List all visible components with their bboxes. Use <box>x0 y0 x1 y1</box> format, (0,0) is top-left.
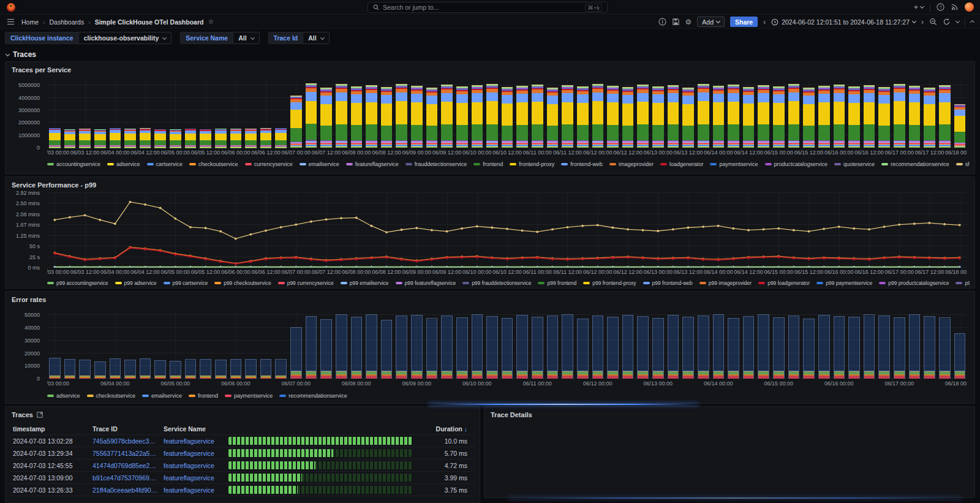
cell-service-name-link[interactable]: featureflagservice <box>164 450 228 457</box>
zoom-out-time-icon[interactable] <box>929 18 937 26</box>
cell-trace-id-link[interactable]: 745a59078cbdeec39b7... <box>92 437 164 445</box>
table-row[interactable]: 2024-07-03 13:26:3321ff4a0ceeaeb4fd90af0… <box>10 484 475 496</box>
time-range-forward-arrow[interactable]: › <box>921 18 924 26</box>
share-button[interactable]: Share <box>730 17 758 27</box>
legend-item-paymentservice[interactable]: paymentservice <box>710 161 758 167</box>
legend-item-productcatalogservice[interactable]: productcatalogservice <box>765 161 828 167</box>
breadcrumb-home[interactable]: Home <box>21 18 39 26</box>
time-range-back-arrow[interactable]: ‹ <box>763 18 766 26</box>
cell-service-name-link[interactable]: featureflagservice <box>164 437 228 445</box>
legend-item-frontend-proxy[interactable]: frontend-proxy <box>510 161 554 167</box>
cell-trace-id-link[interactable]: 75563771413a22a54618... <box>92 450 164 457</box>
section-traces-toggle[interactable]: Traces <box>6 50 36 59</box>
legend-item-adservice[interactable]: adservice <box>47 393 80 399</box>
table-row[interactable]: 2024-07-03 12:45:5541474d0769d85ee2828..… <box>10 460 475 472</box>
top-navigation-bar: Search or jump to... ⌘+k + ? <box>0 0 980 15</box>
duration-gauge-fill <box>228 437 412 445</box>
search-input[interactable]: Search or jump to... ⌘+k <box>368 2 608 13</box>
legend-item-accountingservice[interactable]: accountingservice <box>47 161 100 167</box>
column-header-trace-id[interactable]: Trace ID <box>92 425 164 433</box>
add-button[interactable]: Add <box>697 17 725 27</box>
legend-item-p99-accountingservice[interactable]: p99 accountingservice <box>47 280 108 286</box>
dashboard-settings-icon[interactable]: ⚙ <box>685 18 692 26</box>
legend-item-p99-featureflagservice[interactable]: p99 featureflagservice <box>396 280 456 286</box>
cell-trace-id-link[interactable]: 21ff4a0ceeaeb4fd90af0... <box>92 486 164 494</box>
legend-item-p99-frontend-proxy[interactable]: p99 frontend-proxy <box>583 280 636 286</box>
legend-item-p99-currencyservice[interactable]: p99 currencyservice <box>278 280 334 286</box>
legend-item-paymentservice[interactable]: paymentservice <box>225 393 273 399</box>
legend-item-loadgenerator[interactable]: loadgenerator <box>660 161 704 167</box>
save-dashboard-icon[interactable] <box>672 18 680 26</box>
column-header-service-name[interactable]: Service Name <box>164 425 228 433</box>
bar-segment-recommendationservice <box>336 315 347 371</box>
table-row[interactable]: 2024-07-03 13:29:3475563771413a22a54618.… <box>10 447 475 460</box>
breadcrumb-dashboards[interactable]: Dashboards <box>50 18 85 26</box>
legend-item-p99-productcatalogservice[interactable]: p99 productcatalogservice <box>879 280 949 286</box>
legend-item-p99-quoteservice[interactable]: p99 quoteservice <box>956 280 970 286</box>
legend-item-p99-frontend-web[interactable]: p99 frontend-web <box>643 280 693 286</box>
collapse-toolbar-icon[interactable] <box>970 20 974 25</box>
legend-item-emailservice[interactable]: emailservice <box>300 161 339 167</box>
legend-item-checkoutservice[interactable]: checkoutservice <box>87 393 136 399</box>
variable-value-dropdown[interactable]: clickhouse-observability <box>79 32 172 44</box>
legend-item-p99-loadgenerator[interactable]: p99 loadgenerator <box>758 280 810 286</box>
legend-item-recommendationservice[interactable]: recommendationservice <box>881 161 949 167</box>
legend-item-p99-emailservice[interactable]: p99 emailservice <box>341 280 389 286</box>
column-header-timestamp[interactable]: timestamp <box>13 425 92 433</box>
legend-item-p99-paymentservice[interactable]: p99 paymentservice <box>816 280 872 286</box>
legend-item-p99-frauddetectionservice[interactable]: p99 frauddetectionservice <box>462 280 531 286</box>
legend-swatch <box>660 163 667 165</box>
legend-item-quoteservice[interactable]: quoteservice <box>834 161 875 167</box>
menu-toggle-button[interactable] <box>6 18 15 26</box>
legend-item-recommendationservice[interactable]: recommendationservice <box>279 393 347 399</box>
legend-item-shippingservice[interactable]: shippingservice <box>956 161 970 167</box>
legend-item-emailservice[interactable]: emailservice <box>142 393 182 399</box>
legend-item-currencyservice[interactable]: currencyservice <box>245 161 293 167</box>
column-header-duration[interactable]: Duration↓ <box>423 425 472 433</box>
data-point <box>401 229 403 231</box>
help-icon[interactable]: ? <box>937 3 944 11</box>
legend-item-p99-checkoutservice[interactable]: p99 checkoutservice <box>214 280 271 286</box>
table-row[interactable]: 2024-07-03 13:02:28745a59078cbdeec39b7..… <box>10 435 475 447</box>
refresh-icon[interactable] <box>943 18 951 26</box>
legend-item-p99-cartservice[interactable]: p99 cartservice <box>164 280 208 286</box>
bar-segment-recommendationservice <box>668 316 679 371</box>
cell-service-name-link[interactable]: featureflagservice <box>164 486 228 494</box>
legend-item-adservice[interactable]: adservice <box>107 161 140 167</box>
legend-item-imageprovider[interactable]: imageprovider <box>609 161 654 167</box>
cell-service-name-link[interactable]: featureflagservice <box>164 474 228 482</box>
legend-item-p99-adservice[interactable]: p99 adservice <box>115 280 157 286</box>
data-point <box>687 257 690 260</box>
user-avatar[interactable] <box>965 2 974 12</box>
legend-item-frontend[interactable]: frontend <box>473 161 503 167</box>
bar-segment-frontend-proxy <box>290 110 302 129</box>
error-bar <box>245 359 257 379</box>
dashboard-insights-icon[interactable] <box>658 18 666 26</box>
variable-value-dropdown[interactable]: All <box>233 32 259 44</box>
bar-segment-frontend-web <box>954 110 966 116</box>
new-menu-button[interactable]: + <box>914 3 924 12</box>
refresh-interval-caret[interactable] <box>956 19 960 23</box>
legend-item-checkoutservice[interactable]: checkoutservice <box>189 161 238 167</box>
grafana-logo[interactable] <box>6 2 16 12</box>
legend-item-p99-imageprovider[interactable]: p99 imageprovider <box>699 280 752 286</box>
table-row[interactable]: 2024-07-03 13:09:00b91ce47d753709695f1d.… <box>10 472 475 484</box>
legend-item-frontend[interactable]: frontend <box>189 393 218 399</box>
legend-item-frontend-web[interactable]: frontend-web <box>561 161 603 167</box>
legend-item-p99-frontend[interactable]: p99 frontend <box>538 280 576 286</box>
favorite-star-icon[interactable]: ☆ <box>208 18 214 26</box>
news-icon[interactable] <box>951 3 959 11</box>
cell-service-name-link[interactable]: featureflagservice <box>164 462 228 469</box>
time-range-picker[interactable]: 2024-06-02 12:01:51 to 2024-06-18 11:27:… <box>771 18 916 26</box>
x-axis-tick-label: 06/12 00:00 <box>583 380 612 387</box>
cell-trace-id-link[interactable]: b91ce47d753709695f1d... <box>92 474 164 482</box>
legend-item-frauddetectionservice[interactable]: frauddetectionservice <box>405 161 467 167</box>
panel-service-performance-p99: Service Performance - p99 0 ms25 s50 s1.… <box>5 176 975 289</box>
legend-item-featureflagservice[interactable]: featureflagservice <box>346 161 399 167</box>
cell-trace-id-link[interactable]: 41474d0769d85ee2828... <box>92 462 164 469</box>
legend-item-cartservice[interactable]: cartservice <box>147 161 183 167</box>
bar-segment-frontend <box>698 124 709 140</box>
stacked-bar <box>894 84 905 148</box>
variable-value-dropdown[interactable]: All <box>303 32 329 44</box>
panel-expand-icon[interactable] <box>37 412 43 418</box>
